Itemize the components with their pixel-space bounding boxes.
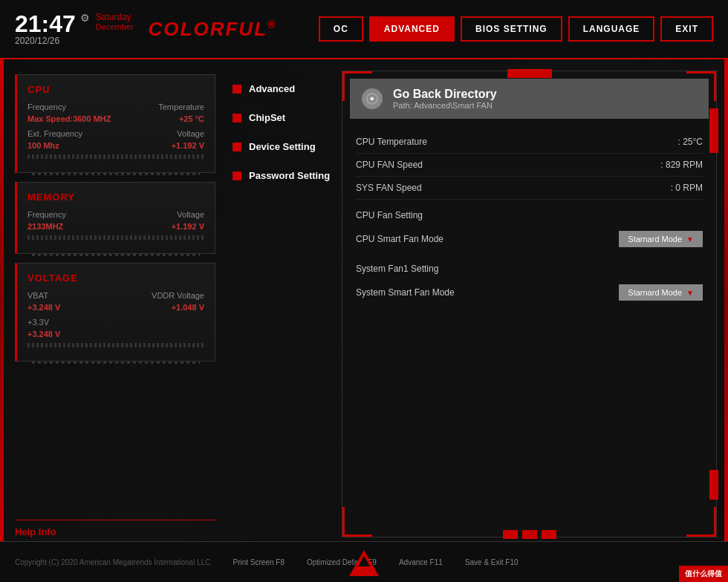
date-text: 2020/12/26 xyxy=(15,36,134,46)
frame-right-bottom xyxy=(709,470,718,500)
content-table: CPU Temperature : 25°C CPU FAN Speed : 8… xyxy=(350,131,709,307)
mem-freq-label: Frequency xyxy=(27,210,66,219)
footer-shortcut-1: Print Screen F8 xyxy=(233,558,284,566)
content-inner: Go Back Directory Path: Advanced\Smart F… xyxy=(350,79,709,529)
middle-menu: Advanced ChipSet Device Setting Password… xyxy=(227,74,338,537)
cpu-fan-section-title: CPU Fan Setting xyxy=(356,200,703,225)
menu-item-chipset[interactable]: ChipSet xyxy=(227,103,338,132)
cpu-smart-fan-label: CPU Smart Fan Mode xyxy=(356,234,443,244)
right-border-accent xyxy=(724,59,728,541)
menu-dot-device xyxy=(233,143,241,151)
cpu-fan-row-label: CPU FAN Speed xyxy=(356,160,423,170)
mem-labels-row: Frequency Voltage xyxy=(27,210,204,219)
left-border-accent xyxy=(0,59,4,541)
frame-bottom-notches xyxy=(503,530,556,539)
month-text: December xyxy=(96,22,134,31)
nav-exit-button[interactable]: EXIT xyxy=(660,16,713,42)
menu-item-advanced[interactable]: Advanced xyxy=(227,74,338,103)
menu-dot-advanced xyxy=(233,85,241,94)
header: 21:47 ⚙ Saturday December 2020/12/26 COL… xyxy=(0,0,728,59)
sys-fan-row-value: : 0 RPM xyxy=(671,183,703,193)
mem-voltage-value: +1.192 V xyxy=(172,222,204,231)
cpu-freq-val-row: Max Speed:3600 MHZ +25 °C xyxy=(27,114,204,123)
volt-labels-row: VBAT VDDR Voltage xyxy=(27,291,204,300)
brand-logo: COLORFUL® xyxy=(149,18,277,41)
v33-val-row: +3.248 V xyxy=(27,330,204,339)
footer-copyright: Copyright (C) 2020 American Megatrends I… xyxy=(15,558,210,566)
frame-right-top xyxy=(709,108,718,153)
menu-item-device-setting[interactable]: Device Setting xyxy=(227,132,338,161)
table-row-sys-fan: SYS FAN Speed : 0 RPM xyxy=(356,177,703,200)
v33-label: +3.3V xyxy=(27,318,49,327)
cpu-temp-label: Temperature xyxy=(158,102,204,111)
mem-divider xyxy=(27,235,204,240)
sys-smart-fan-row: System Smart Fan Mode Starnard Mode ▼ xyxy=(356,278,703,307)
day-text: Saturday xyxy=(96,12,134,22)
go-back-text: Go Back Directory Path: Advanced\Smart F… xyxy=(393,88,497,110)
menu-dot-password xyxy=(233,171,241,180)
cpu-fan-row-value: : 829 RPM xyxy=(660,160,703,170)
frame-top-notch xyxy=(507,69,552,78)
table-row-cpu-temp: CPU Temperature : 25°C xyxy=(356,131,703,154)
go-back-icon xyxy=(362,88,383,109)
sys-smart-fan-dropdown[interactable]: Starnard Mode ▼ xyxy=(619,284,703,301)
volt-divider xyxy=(27,343,204,347)
table-row-cpu-fan: CPU FAN Speed : 829 RPM xyxy=(356,154,703,177)
sys-smart-fan-value: Starnard Mode xyxy=(628,288,682,297)
footer-shortcut-4: Save & Exit F10 xyxy=(465,558,519,566)
go-back-title: Go Back Directory xyxy=(393,88,497,101)
cpu-smart-fan-dropdown[interactable]: Starnard Mode ▼ xyxy=(619,231,703,247)
voltage-title: VOLTAGE xyxy=(27,272,204,284)
cpu-temp-value: +25 °C xyxy=(179,114,204,123)
notch-3 xyxy=(542,530,556,539)
cpu-ext-freq-value: 100 Mhz xyxy=(27,141,59,150)
gear-icon: ⚙ xyxy=(80,12,90,24)
cpu-freq-row: Frequency Temperature xyxy=(27,102,204,111)
cpu-voltage-value: +1.192 V xyxy=(172,141,204,150)
mem-freq-value: 2133MHZ xyxy=(27,222,63,231)
cpu-ext-freq-label: Ext. Frequency xyxy=(27,129,82,138)
menu-dot-chipset xyxy=(233,114,241,122)
go-back-row[interactable]: Go Back Directory Path: Advanced\Smart F… xyxy=(350,79,709,119)
menu-item-password[interactable]: Password Setting xyxy=(227,161,338,190)
mem-values-row: 2133MHZ +1.192 V xyxy=(27,222,204,231)
v33-row: +3.3V xyxy=(27,318,204,327)
sys-smart-fan-label: System Smart Fan Mode xyxy=(356,287,455,298)
cpu-ext-val-row: 100 Mhz +1.192 V xyxy=(27,141,204,150)
cpu-ext-row: Ext. Frequency Voltage xyxy=(27,129,204,138)
menu-label-device: Device Setting xyxy=(249,141,316,152)
footer: Copyright (C) 2020 American Megatrends I… xyxy=(0,541,728,582)
cpu-voltage-label: Voltage xyxy=(177,129,204,138)
notch-1 xyxy=(503,530,518,539)
vbat-value: +3.248 V xyxy=(27,303,60,312)
nav-language-button[interactable]: LANGUAGE xyxy=(568,16,655,42)
nav-advanced-button[interactable]: ADVANCED xyxy=(369,16,455,42)
nav-bios-button[interactable]: BIOS SETTING xyxy=(461,16,562,42)
menu-label-chipset: ChipSet xyxy=(249,112,285,123)
footer-shortcut-3: Advance F11 xyxy=(399,558,443,566)
main-content-area: Go Back Directory Path: Advanced\Smart F… xyxy=(342,71,717,537)
cpu-smart-fan-row: CPU Smart Fan Mode Starnard Mode ▼ xyxy=(356,225,703,253)
mem-voltage-label: Voltage xyxy=(177,210,204,219)
time-block: 21:47 ⚙ Saturday December 2020/12/26 xyxy=(15,12,134,46)
dropdown-arrow-2: ▼ xyxy=(686,289,694,297)
nav-oc-button[interactable]: OC xyxy=(319,16,363,42)
vddr-value: +1.048 V xyxy=(172,303,204,312)
vddr-label: VDDR Voltage xyxy=(152,291,204,300)
v33-value: +3.248 V xyxy=(27,330,60,339)
cpu-divider xyxy=(27,154,204,159)
time-display: 21:47 xyxy=(15,12,76,36)
cpu-title: CPU xyxy=(27,84,204,95)
memory-title: MEMORY xyxy=(27,192,204,203)
footer-logo xyxy=(349,550,379,576)
go-back-path: Path: Advanced\Smart FAN xyxy=(393,101,497,110)
voltage-card: VOLTAGE VBAT VDDR Voltage +3.248 V +1.04… xyxy=(15,263,215,362)
sys-fan-row-label: SYS FAN Speed xyxy=(356,183,422,193)
cpu-temp-row-label: CPU Temperature xyxy=(356,137,427,147)
sys-fan-section-title: System Fan1 Setting xyxy=(356,253,703,278)
cpu-smart-fan-value: Starnard Mode xyxy=(628,235,682,243)
volt-values-row: +3.248 V +1.048 V xyxy=(27,303,204,312)
vbat-label: VBAT xyxy=(27,291,48,300)
memory-card: MEMORY Frequency Voltage 2133MHZ +1.192 … xyxy=(15,182,215,254)
cpu-freq-label: Frequency xyxy=(27,102,66,111)
